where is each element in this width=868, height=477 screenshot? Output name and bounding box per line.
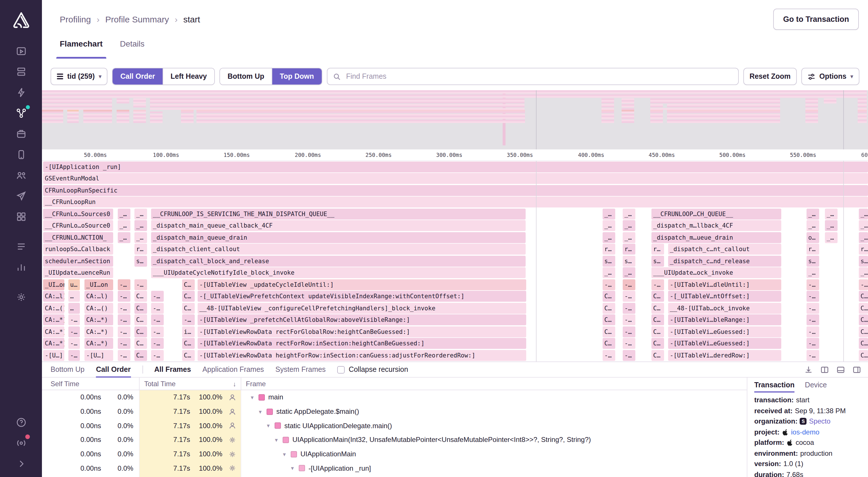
flame-frame[interactable]: r… <box>807 244 819 255</box>
flame-frame[interactable]: __48-[UITab…ock_invoke <box>668 303 781 314</box>
flame-frame[interactable]: _… <box>859 208 868 219</box>
flame-frame[interactable]: CA:…*) <box>85 326 113 337</box>
flame-frame[interactable] <box>622 112 634 114</box>
flame-frame[interactable]: CA:…l) <box>85 291 113 302</box>
flame-frame[interactable]: _… <box>602 220 615 231</box>
field-value[interactable]: Specto <box>809 417 831 425</box>
call-order-button[interactable]: Call Order <box>113 68 162 85</box>
flame-frame[interactable] <box>150 114 162 115</box>
flame-frame[interactable] <box>805 100 818 102</box>
flame-frame[interactable]: -… <box>807 303 819 314</box>
flame-frame[interactable] <box>83 120 112 121</box>
flame-frame[interactable] <box>83 122 112 123</box>
flame-frame[interactable]: GSEventRunModal <box>43 173 868 184</box>
flame-frame[interactable] <box>181 120 194 121</box>
flame-frame[interactable]: -… <box>623 291 636 302</box>
flame-frame[interactable] <box>622 120 634 121</box>
flame-frame[interactable]: C… <box>134 315 147 326</box>
flame-frame[interactable]: _… <box>825 232 838 243</box>
flame-frame[interactable] <box>42 98 112 100</box>
flame-frame[interactable] <box>42 100 112 102</box>
flame-frame[interactable]: -… <box>807 338 819 349</box>
top-down-button[interactable]: Top Down <box>272 68 321 85</box>
flame-frame[interactable] <box>133 122 146 123</box>
flame-frame[interactable]: -… <box>68 338 80 349</box>
flame-frame[interactable] <box>67 112 79 114</box>
flame-frame[interactable] <box>622 100 634 102</box>
flame-frame[interactable] <box>150 118 162 119</box>
flame-frame[interactable] <box>601 114 614 115</box>
flame-frame[interactable]: _… <box>118 220 130 231</box>
flame-frame[interactable]: -[UITableVi…bleRange:] <box>668 315 781 326</box>
flame-frame[interactable] <box>858 112 867 114</box>
flame-frame[interactable]: -… <box>807 291 819 302</box>
flame-frame[interactable] <box>42 108 112 110</box>
flame-frame[interactable] <box>83 112 112 114</box>
flame-frame[interactable]: C… <box>602 303 615 314</box>
flame-frame[interactable]: C… <box>859 303 868 314</box>
collapse-sidebar-icon[interactable] <box>13 456 28 471</box>
flame-frame[interactable] <box>83 118 112 119</box>
table-row[interactable]: 0.00ns0.0%7.17s100.0%▾-[UIApplication _r… <box>42 461 747 475</box>
expand-caret-icon[interactable]: ▾ <box>266 422 271 429</box>
flame-frame[interactable]: -… <box>118 291 130 302</box>
flame-frame[interactable]: _… <box>118 208 130 219</box>
flame-frame[interactable]: _… <box>602 267 615 278</box>
flame-frame[interactable]: _… <box>623 232 636 243</box>
flame-frame[interactable] <box>601 106 614 108</box>
flame-frame[interactable] <box>858 102 867 104</box>
flame-frame[interactable] <box>133 104 146 106</box>
flame-frame[interactable] <box>196 112 525 114</box>
flame-frame[interactable] <box>181 118 194 119</box>
flame-frame[interactable] <box>858 104 867 106</box>
flame-frame[interactable]: CA:…l) <box>43 291 64 302</box>
flame-frame[interactable]: C… <box>602 338 615 349</box>
flame-frame[interactable]: C… <box>651 315 664 326</box>
flame-frame[interactable]: CA:…*) <box>43 326 64 337</box>
flame-frame[interactable] <box>650 100 780 102</box>
flame-frame[interactable]: s… <box>651 256 664 267</box>
whats-new-icon[interactable] <box>13 436 28 451</box>
flame-frame[interactable]: -… <box>623 326 636 337</box>
tab-bottom-up[interactable]: Bottom Up <box>51 362 85 377</box>
flame-frame[interactable]: -… <box>151 303 164 314</box>
flame-frame[interactable]: C… <box>859 326 868 337</box>
flame-frame[interactable]: _UIUpdate…uenceRun <box>43 267 113 278</box>
flame-frame[interactable] <box>622 110 634 112</box>
flame-frame[interactable]: … <box>68 303 80 314</box>
thread-selector-dropdown[interactable]: tid (259) ▾ <box>51 68 108 85</box>
search-input[interactable] <box>345 72 732 81</box>
flame-frame[interactable] <box>601 122 614 123</box>
flame-frame[interactable]: CA:…*) <box>43 315 64 326</box>
flame-frame[interactable] <box>196 114 525 115</box>
flame-frame[interactable]: _dispatch_m…ueue_drain <box>651 232 781 243</box>
tab-flamechart[interactable]: Flamechart <box>60 38 102 59</box>
flame-frame[interactable]: o… <box>807 232 819 243</box>
flame-frame[interactable] <box>650 116 663 117</box>
flame-frame[interactable]: _… <box>134 208 147 219</box>
flame-frame[interactable]: C… <box>859 315 868 326</box>
crons-icon[interactable] <box>13 126 28 141</box>
flame-frame[interactable]: -[_UITableV…ntOffset:] <box>668 291 781 302</box>
flame-frame[interactable] <box>667 120 780 121</box>
flame-frame[interactable] <box>42 92 867 94</box>
flame-frame[interactable] <box>858 108 867 110</box>
flame-frame[interactable]: -[UITableViewRowData rectForRow:inSectio… <box>197 338 526 349</box>
flame-frame[interactable] <box>622 102 634 104</box>
flame-frame[interactable] <box>196 110 525 112</box>
flame-frame[interactable] <box>83 110 112 112</box>
flame-frame[interactable] <box>805 112 818 114</box>
flame-frame[interactable]: _dispatch_c…nt_callout <box>668 244 781 255</box>
flame-frame[interactable] <box>150 102 525 104</box>
performance-icon[interactable] <box>13 85 28 100</box>
flame-frame[interactable] <box>805 102 818 104</box>
flame-frame[interactable] <box>622 104 634 106</box>
flame-frame[interactable] <box>133 98 146 100</box>
profiling-icon[interactable] <box>13 106 28 121</box>
flame-frame[interactable] <box>858 100 867 102</box>
flame-frame[interactable]: _… <box>807 267 819 278</box>
flame-frame[interactable]: C… <box>651 291 664 302</box>
flame-frame[interactable] <box>667 114 780 115</box>
breadcrumb-profiling[interactable]: Profiling <box>60 14 91 24</box>
flame-frame[interactable]: ___UIUpdate…ock_invoke <box>651 267 781 278</box>
